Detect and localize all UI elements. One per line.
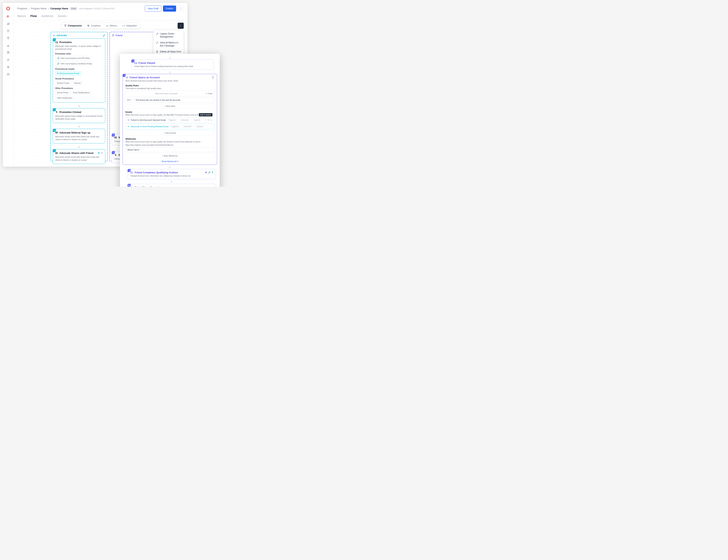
tab-audience[interactable]: Audience [41,14,53,18]
svg-point-23 [113,34,114,35]
svg-point-1 [7,16,7,17]
publish-info: Last Published: 2/22/22 11:59 am PST [79,7,115,10]
more-button[interactable] [178,6,184,12]
open-icon[interactable]: ↗ [205,119,206,121]
logo [6,6,10,11]
nav-help-icon[interactable] [6,51,10,54]
sidebar [3,3,14,167]
svg-point-6 [181,8,181,8]
svg-point-0 [7,16,7,16]
webhook-badge-icon: 🔗 [208,171,211,174]
canvas-tab-creatives[interactable]: Creatives [85,23,103,29]
promotion-clicked-card[interactable]: ↗ Promotion Clicked Advocate opens share… [53,108,105,123]
qualifying-card[interactable]: →] Friend Completes Qualifying Actions ✉… [128,169,216,179]
promo-link-chip[interactable]: 🔗refer.mycompany.com/VIP-blast [55,56,92,60]
svg-point-8 [181,9,181,10]
nav-briefcase-icon[interactable] [6,73,10,76]
edit-lane-icon[interactable] [103,34,105,37]
canvas-toolbar: Components Creatives Metrics Integration [61,23,140,29]
show-advanced-toggle[interactable]: Show Advanced ▾ [126,158,214,163]
card-handle-icon: ↗ [53,38,56,41]
advocate-lane: Advocate ↗ Promotion Advocate visits web… [50,32,108,161]
new-webhook-button[interactable]: + New Webhook [126,153,214,158]
svg-rect-22 [56,152,58,154]
edit-creative-tooltip: Edit Creative [199,113,213,116]
svg-point-11 [65,26,66,27]
friend-opens-card: →] Friend Opens an Account Nunc tincidun… [123,74,217,165]
breadcrumb: Programs › Program Name › Campaign Name … [17,7,115,10]
friend-earns-card[interactable]: ▶ Friend Earns Reward Volutpat tincidunt… [128,184,216,187]
save-draft-button[interactable]: Save Draft [145,6,162,12]
delete-icon[interactable] [212,76,214,79]
shield-badge-icon: 🛡 [101,152,103,154]
promotion-card[interactable]: ↗ Promotion Advocate visits website, or … [53,38,105,102]
other-chip[interactable]: SMS Notification [55,96,74,100]
canvas-tab-components[interactable]: Components [61,23,84,29]
edit-icon[interactable]: ✎ [208,119,209,121]
svg-rect-5 [7,74,9,75]
nav-shield-icon[interactable] [6,65,10,69]
email-row-advocate[interactable]: ✉ Advocate Is Sent Pending Reward Email … [126,124,214,129]
canvas-tab-metrics[interactable]: Metrics [103,23,120,29]
svg-point-2 [7,17,7,17]
topbar-actions: Save Draft Publish [145,6,184,12]
svg-rect-26 [131,172,133,173]
tab-flow[interactable]: Flow [30,14,37,18]
tab-assets[interactable]: Assets [58,14,66,18]
svg-point-16 [181,25,181,25]
email-badge-icon: ✉ [205,171,207,174]
webhook-row[interactable]: Braze Opt-in [126,147,214,152]
close-icon[interactable]: ✕ [210,119,212,121]
svg-point-13 [88,25,88,26]
tab-basics[interactable]: Basics [17,14,26,18]
nav-analytics-icon[interactable] [6,22,10,25]
friend-viewed-card[interactable]: ↗ Friend Viewed Friend Signs Up on Frien… [131,59,214,70]
nav-code-icon[interactable] [6,58,10,62]
new-rule-button[interactable]: + New Rule [126,104,214,109]
publish-button[interactable]: Publish [163,6,176,12]
svg-point-9 [65,25,65,26]
svg-point-14 [89,25,89,26]
nav-list-icon[interactable] [6,15,10,18]
svg-rect-24 [115,137,117,138]
breadcrumb-programs[interactable]: Programs [17,7,27,10]
canvas-tab-integration[interactable]: Integration [120,23,140,29]
onsite-chip[interactable]: Banner [73,81,83,85]
promo-email-chip[interactable]: ✉Announcement Email [55,71,81,76]
reward-badge-icon: $ [212,171,213,174]
breadcrumb-campaign: Campaign Name [50,7,68,10]
nav-trophy-icon[interactable] [6,36,10,40]
and-badge: And [126,98,132,102]
signup-card[interactable]: ✉ Advocate Referral Sign up Advocate sen… [53,129,105,144]
detail-panel: ↓ ↗ Friend Viewed Friend Signs Up on Fri… [120,54,220,187]
other-chip[interactable]: Push Notifications [71,90,92,95]
other-chip[interactable]: Social Posts [55,90,70,95]
svg-rect-25 [135,62,136,64]
advocate-lane-header: Advocate [53,34,105,37]
tabs: Basics Flow Audience Assets [14,14,188,20]
svg-point-3 [8,30,9,31]
new-email-button[interactable]: + New Email [126,130,214,135]
email-badge-icon: ✉ [98,152,100,154]
promo-link-chip[interactable]: 🔗refer.mycompany.com/black-friday [55,62,94,66]
dropdown-legacy-zones[interactable]: Legacy Zones Management [154,31,184,40]
nav-capture-icon[interactable] [6,29,10,33]
canvas-more-button[interactable] [178,23,184,29]
svg-rect-20 [56,42,57,43]
shares-card[interactable]: ↗ Advocate Shares with Friend ✉ 🛡 Advoca… [53,149,105,164]
svg-point-15 [88,26,89,26]
nav-chart-icon[interactable] [6,44,10,47]
svg-point-7 [181,8,181,9]
undo-button[interactable]: ↶ Undo [206,93,213,95]
email-row[interactable]: Edit Creative ✉ Friend Is Sent Account O… [126,117,214,123]
status-pill: Draft [70,7,77,10]
topbar: Programs › Program Name › Campaign Name … [14,3,188,14]
svg-rect-21 [56,132,58,133]
rule-input[interactable]: The friend has not clicked in the last 3… [134,98,214,102]
svg-point-10 [66,25,66,26]
onsite-chip[interactable]: Global Footer [55,81,71,85]
dropdown-view-metrics[interactable]: View all Metrics in this Campaign [154,40,184,49]
svg-point-18 [181,26,181,27]
breadcrumb-program[interactable]: Program Name [31,7,46,10]
svg-point-17 [181,26,181,26]
